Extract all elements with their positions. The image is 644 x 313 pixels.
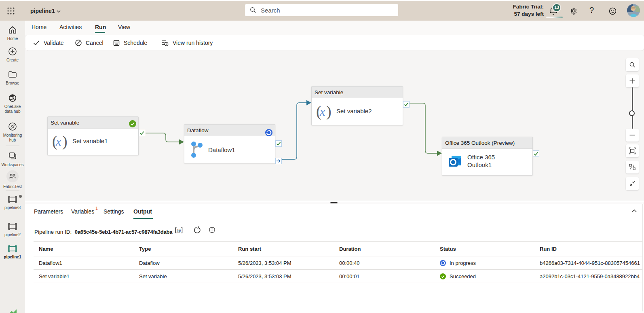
svg-text:): )	[326, 103, 332, 120]
svg-text:x: x	[319, 105, 325, 118]
svg-text:): )	[62, 133, 68, 150]
svg-text:x: x	[55, 135, 61, 148]
svg-text:@: @	[177, 228, 181, 233]
